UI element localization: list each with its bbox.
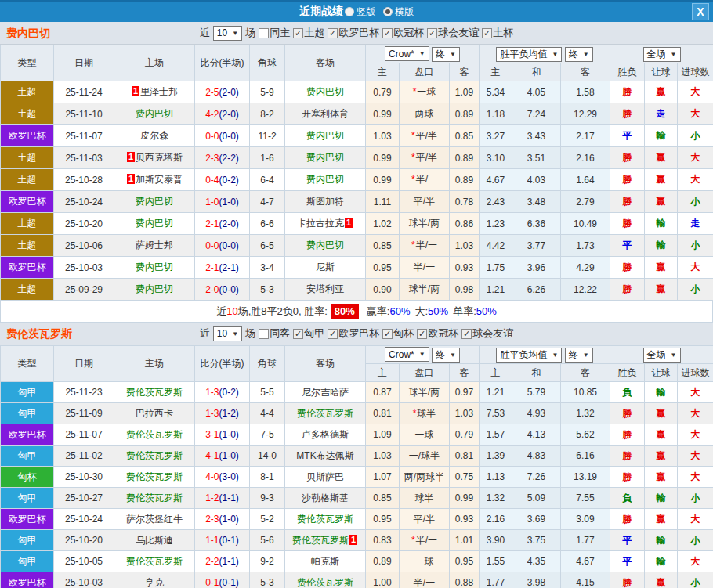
avg-final-select[interactable]: 终▼ bbox=[565, 47, 593, 62]
checkbox-label: 球会友谊 bbox=[472, 326, 513, 341]
away-odds-cell: 1.01 bbox=[450, 530, 480, 551]
handicap-result-cell: 贏 bbox=[645, 403, 678, 424]
league-type-cell: 匈甲 bbox=[1, 551, 54, 572]
handicap-result-cell: 贏 bbox=[645, 191, 678, 213]
avg-draw-cell: 4.13 bbox=[512, 424, 561, 446]
rank-badge: 1 bbox=[132, 86, 139, 96]
handicap-cell: 平/半 bbox=[400, 509, 450, 530]
team2-name: 费伦茨瓦罗斯 bbox=[6, 323, 72, 345]
halftime-score: (2-0) bbox=[219, 218, 239, 229]
home-odds-cell: 0.85 bbox=[366, 235, 400, 257]
radio-vertical-layout[interactable]: 竖版 bbox=[345, 5, 375, 19]
avg-select[interactable]: 胜平负均值▼ bbox=[496, 348, 562, 363]
odds-final-select[interactable]: 终▼ bbox=[432, 348, 460, 363]
checkbox-label: 欧罗巴杯 bbox=[338, 26, 379, 40]
near-label: 近 bbox=[200, 26, 210, 40]
date-cell: 25-11-24 bbox=[54, 81, 114, 103]
col-type: 类型 bbox=[1, 45, 54, 81]
home-odds-cell: 0.89 bbox=[366, 551, 400, 572]
avg-select[interactable]: 胜平负均值▼ bbox=[496, 47, 562, 62]
avg-away-cell: 12.22 bbox=[561, 279, 610, 301]
checkbox-checked-icon: ✓ bbox=[382, 28, 393, 38]
home-team-cell: 费伦茨瓦罗斯 bbox=[114, 551, 195, 572]
league-type-cell: 欧罗巴杯 bbox=[1, 424, 54, 446]
score-cell: 0-1(0-1) bbox=[195, 572, 250, 588]
match-row: 匈甲25-11-23费伦茨瓦罗斯1-3(0-2)5-5尼尔吉哈萨0.87球半/两… bbox=[1, 382, 713, 403]
avg-home-cell: 2.43 bbox=[480, 191, 512, 213]
league-type-cell: 欧罗巴杯 bbox=[1, 257, 54, 279]
home-team-name: 费内巴切 bbox=[136, 196, 173, 207]
chevron-down-icon: ▼ bbox=[450, 51, 456, 58]
handicap-result-cell: 輸 bbox=[645, 530, 678, 551]
match-count-select[interactable]: 10 ▼ bbox=[213, 26, 242, 41]
away-team-cell: 费内巴切 bbox=[285, 125, 366, 147]
league-filter-group: ✓匈甲✓欧罗巴杯✓匈杯✓欧冠杯✓球会友谊 bbox=[293, 326, 513, 341]
league-filter-checkbox[interactable]: ✓欧罗巴杯 bbox=[328, 326, 379, 341]
section1-filterbar: 费内巴切 近 10 ▼ 场 同主 ✓土超✓欧罗巴杯✓欧冠杯✓球会友谊✓土杯 bbox=[0, 22, 713, 45]
scope-select[interactable]: 全场▼ bbox=[643, 348, 681, 363]
fulltime-score: 1-1 bbox=[205, 535, 219, 546]
odds-company-select[interactable]: Crow*▼ bbox=[385, 347, 429, 362]
avg-away-cell: 13.19 bbox=[561, 467, 610, 488]
league-filter-checkbox[interactable]: ✓匈杯 bbox=[382, 326, 414, 341]
odds-group-header: Crow*▼ 终▼ bbox=[366, 45, 480, 63]
home-odds-cell: 1.02 bbox=[366, 213, 400, 235]
avg-group-header: 胜平负均值▼ 终▼ bbox=[480, 346, 610, 364]
score-cell: 1-3(1-2) bbox=[195, 403, 250, 424]
same-away-checkbox[interactable]: 同客 bbox=[259, 326, 290, 341]
league-filter-checkbox[interactable]: ✓欧冠杯 bbox=[382, 26, 424, 40]
avg-away-cell: 1.77 bbox=[561, 530, 610, 551]
fulltime-score: 1-2 bbox=[205, 492, 219, 503]
away-team-cell: 斯图加特 bbox=[285, 191, 366, 213]
scope-select[interactable]: 全场▼ bbox=[643, 47, 681, 62]
col-odds-away: 客 bbox=[450, 364, 480, 382]
home-odds-cell: 1.03 bbox=[366, 125, 400, 147]
radio-horizontal-layout[interactable]: 横版 bbox=[383, 5, 414, 19]
away-team-name: 开塞利体育 bbox=[302, 108, 349, 119]
goals-result-cell: 小 bbox=[678, 191, 713, 213]
league-filter-checkbox[interactable]: ✓球会友谊 bbox=[427, 26, 479, 40]
goals-result-cell: 小 bbox=[678, 279, 713, 301]
goals-result-cell: 小 bbox=[678, 572, 713, 588]
close-button[interactable]: X bbox=[692, 3, 709, 20]
away-team-cell: 费内巴切 bbox=[285, 169, 366, 191]
home-odds-cell: 1.09 bbox=[366, 424, 400, 446]
goals-result-cell: 小 bbox=[678, 125, 713, 147]
goals-result-cell: 大 bbox=[678, 403, 713, 424]
away-team-name: 卢多格德斯 bbox=[302, 429, 349, 440]
avg-home-cell: 7.53 bbox=[480, 403, 512, 424]
same-home-checkbox[interactable]: 同主 bbox=[259, 26, 290, 40]
league-filter-checkbox[interactable]: ✓土超 bbox=[293, 26, 324, 40]
handicap-cell: *平/半 bbox=[400, 147, 450, 169]
col-avg-draw: 和 bbox=[512, 63, 561, 81]
match-count-select[interactable]: 10 ▼ bbox=[213, 326, 242, 341]
checkbox-label: 欧罗巴杯 bbox=[338, 326, 379, 341]
league-filter-checkbox[interactable]: ✓欧罗巴杯 bbox=[328, 26, 379, 40]
checkbox-label: 匈甲 bbox=[304, 326, 324, 341]
league-filter-checkbox[interactable]: ✓土杯 bbox=[482, 26, 513, 40]
league-filter-checkbox[interactable]: ✓匈甲 bbox=[293, 326, 324, 341]
away-team-name: 费内巴切 bbox=[306, 86, 344, 97]
date-cell: 25-09-29 bbox=[54, 279, 114, 301]
fulltime-score: 2-0 bbox=[205, 284, 219, 295]
league-type-cell: 匈甲 bbox=[1, 403, 54, 424]
odds-company-select[interactable]: Crow*▼ bbox=[385, 46, 429, 61]
home-odds-cell: 0.83 bbox=[366, 530, 400, 551]
home-team-name: 乌比斯迪 bbox=[136, 535, 173, 546]
avg-draw-cell: 4.03 bbox=[512, 169, 561, 191]
avg-final-select[interactable]: 终▼ bbox=[565, 348, 593, 363]
halftime-score: (2-0) bbox=[219, 109, 239, 120]
chevron-down-icon: ▼ bbox=[583, 352, 589, 359]
league-filter-checkbox[interactable]: ✓球会友谊 bbox=[461, 326, 513, 341]
date-cell: 25-10-30 bbox=[54, 467, 114, 488]
fulltime-score: 2-2 bbox=[205, 556, 219, 567]
star-marker: * bbox=[413, 408, 417, 419]
odds-final-select[interactable]: 终▼ bbox=[432, 47, 460, 62]
corner-cell: 8-1 bbox=[250, 467, 285, 488]
rank-badge: 1 bbox=[349, 535, 357, 545]
date-cell: 25-11-02 bbox=[54, 446, 114, 467]
league-filter-checkbox[interactable]: ✓欧冠杯 bbox=[417, 326, 458, 341]
handicap-cell: *半/一 bbox=[400, 530, 450, 551]
handicap-result-cell: 輸 bbox=[645, 551, 678, 572]
avg-home-cell: 1.23 bbox=[480, 213, 512, 235]
